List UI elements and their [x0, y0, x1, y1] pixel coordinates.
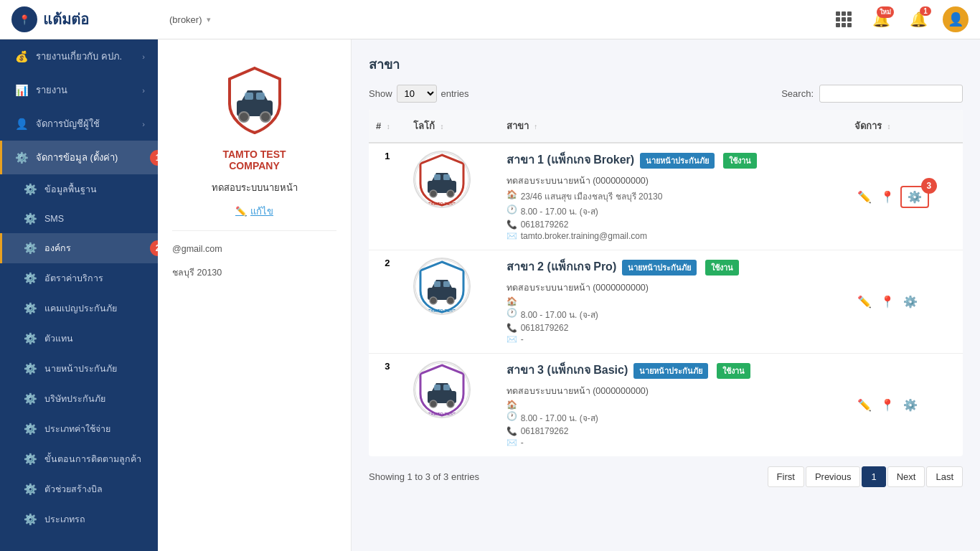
- svg-rect-25: [434, 385, 440, 390]
- insurance-company-icon: ⚙️: [24, 392, 37, 405]
- badge-broker-2: นายหน้าประกันภัย: [633, 363, 708, 379]
- sidebar-label-reports-cpa: รายงานเกี่ยวกับ คปภ.: [36, 49, 122, 64]
- sidebar-item-reports-cpa[interactable]: 💰 รายงานเกี่ยวกับ คปภ. ›: [0, 39, 158, 73]
- branch-name-0: สาขา 1 (แพ็กเกจ Broker): [507, 151, 634, 169]
- sidebar-item-sms[interactable]: ⚙️ SMS: [0, 204, 158, 233]
- badge-active-2: ใช้งาน: [717, 363, 750, 379]
- svg-point-10: [447, 190, 454, 197]
- data-management-icon: ⚙️: [15, 151, 29, 164]
- follow-steps-icon: ⚙️: [24, 453, 37, 466]
- table-row: 3 TAMTO TEST สาขา 3 (แพ็กเกจ Basic): [369, 354, 963, 457]
- svg-rect-26: [443, 385, 450, 390]
- table-row: 2 TAMTO TEST สาขา 2 (แพ็กเกจ Pro): [369, 250, 963, 354]
- location-button-0[interactable]: 📍: [877, 187, 897, 207]
- sidebar: 💰 รายงานเกี่ยวกับ คปภ. › 📊 รายงาน › 👤 จั…: [0, 39, 158, 551]
- alerts-button[interactable]: 🔔 1: [905, 6, 931, 32]
- sidebar-item-reports[interactable]: 📊 รายงาน ›: [0, 73, 158, 107]
- pagination-buttons: First Previous 1 Next Last: [768, 466, 963, 487]
- branch-address-0: 🏠23/46 แสนสุข เมืองชลบุรี ชลบุรี 20130: [507, 189, 840, 203]
- sidebar-item-insurance-company[interactable]: ⚙️ บริษัทประกันภัย: [0, 384, 158, 414]
- col-num: # ↕: [369, 110, 406, 143]
- settings-button-2[interactable]: ⚙️: [900, 395, 920, 415]
- breadcrumb-text: (broker): [169, 14, 202, 25]
- expense-type-icon: ⚙️: [24, 423, 37, 435]
- previous-page-button[interactable]: Previous: [806, 466, 861, 487]
- badge-active-0: ใช้งาน: [723, 153, 757, 169]
- row-branch-2: สาขา 3 (แพ็กเกจ Basic) นายหน้าประกันภัย …: [499, 354, 847, 457]
- sidebar-item-vehicle-type[interactable]: ⚙️ ประเภทรถ: [0, 504, 158, 534]
- svg-point-9: [430, 190, 437, 197]
- row-num-1: 2: [369, 250, 406, 354]
- branch-sub-0: ทดสอบระบบนายหน้า (0000000000): [507, 174, 840, 188]
- sidebar-item-follow-steps[interactable]: ⚙️ ขั้นตอนการติดตามลูกค้า: [0, 444, 158, 474]
- row-num-2: 3: [369, 354, 406, 457]
- branch-logo-circle: TAMTO TEST: [413, 258, 471, 315]
- breadcrumb-dropdown-icon[interactable]: ▾: [207, 15, 211, 24]
- current-page-button[interactable]: 1: [862, 466, 885, 487]
- location-button-2[interactable]: 📍: [877, 395, 897, 415]
- branch-logo-svg: TAMTO TEST: [415, 362, 469, 417]
- next-page-button[interactable]: Next: [887, 466, 925, 487]
- breadcrumb: (broker) ▾: [169, 14, 831, 25]
- profile-edit-button[interactable]: ✏️ แก้ไข: [235, 204, 273, 219]
- edit-button-1[interactable]: ✏️: [854, 292, 875, 311]
- sidebar-item-expense-type[interactable]: ⚙️ ประเภทค่าใช้จ่าย: [0, 414, 158, 444]
- sidebar-item-broker[interactable]: ⚙️ นายหน้าประกันภัย: [0, 354, 158, 384]
- sidebar-label-reports: รายงาน: [36, 83, 67, 98]
- col-actions: จัดการ ↕: [847, 110, 963, 143]
- edit-button-0[interactable]: ✏️: [854, 187, 875, 207]
- branch-name-2: สาขา 3 (แพ็กเกจ Basic): [507, 361, 628, 379]
- last-page-button[interactable]: Last: [926, 466, 963, 487]
- row-branch-0: สาขา 1 (แพ็กเกจ Broker) นายหน้าประกันภัย…: [499, 143, 847, 250]
- branches-table: # ↕ โลโก้ ↕ สาขา ↑ จัดการ ↕ 1: [369, 110, 963, 456]
- location-button-1[interactable]: 📍: [877, 292, 897, 311]
- sidebar-item-agent[interactable]: ⚙️ ตัวแทน: [0, 324, 158, 354]
- svg-text:TAMTO TEST: TAMTO TEST: [428, 412, 456, 416]
- sidebar-item-rates[interactable]: ⚙️ อัตราค่าบริการ: [0, 263, 158, 293]
- branch-hours-2: 🕐8.00 - 17.00 น. (จ-ส): [507, 411, 840, 425]
- badge-broker-0: นายหน้าประกันภัย: [640, 153, 715, 169]
- avatar-icon: 👤: [948, 11, 963, 27]
- show-entries-select[interactable]: 10 25 50 100: [397, 85, 437, 103]
- row-logo-1: TAMTO TEST: [406, 250, 499, 354]
- company-logo-svg: [219, 65, 291, 136]
- badge-active-1: ใช้งาน: [705, 260, 739, 276]
- sidebar-item-basic-info[interactable]: ⚙️ ข้อมูลพื้นฐาน: [0, 174, 158, 204]
- profile-email: @gmail.com: [172, 242, 336, 255]
- svg-rect-19: [443, 281, 450, 287]
- sidebar-item-bill-helper[interactable]: ⚙️ ตัวช่วยสร้างบิล: [0, 474, 158, 504]
- sidebar-item-user-management[interactable]: 👤 จัดการบัญชีผู้ใช้ ›: [0, 107, 158, 141]
- sidebar-item-data-management[interactable]: ⚙️ จัดการข้อมูล (ตั้งค่า) 1: [0, 141, 158, 174]
- badge-broker-1: นายหน้าประกันภัย: [622, 260, 697, 276]
- sidebar-label-follow-steps: ขั้นตอนการติดตามลูกค้า: [44, 452, 141, 466]
- search-input[interactable]: [819, 85, 963, 103]
- sms-icon: ⚙️: [24, 212, 37, 225]
- svg-point-24: [447, 400, 454, 408]
- reports-icon: 📊: [15, 84, 29, 97]
- section-title: สาขา: [369, 54, 963, 75]
- bill-helper-icon: ⚙️: [24, 483, 37, 496]
- branch-phone-0: 📞0618179262: [507, 220, 840, 230]
- settings-button-1[interactable]: ⚙️: [900, 292, 920, 311]
- edit-button-2[interactable]: ✏️: [854, 395, 875, 415]
- svg-text:TAMTO TEST: TAMTO TEST: [428, 202, 456, 206]
- campaign-icon: ⚙️: [24, 302, 37, 315]
- rates-icon: ⚙️: [24, 272, 37, 285]
- basic-info-icon: ⚙️: [24, 183, 37, 196]
- notifications-button[interactable]: 🔔 ใหม่: [868, 6, 894, 32]
- reports-arrow: ›: [142, 86, 145, 95]
- app-logo-icon: 📍: [11, 6, 37, 32]
- user-avatar[interactable]: 👤: [943, 6, 969, 32]
- profile-sub-name: ทดสอบระบบนายหน้า: [212, 180, 298, 195]
- row-num-0: 1: [369, 143, 406, 250]
- branch-phone-2: 📞0618179262: [507, 426, 840, 436]
- grid-icon: [836, 11, 852, 27]
- search-label: Search:: [781, 88, 814, 99]
- sidebar-item-campaign[interactable]: ⚙️ แคมเปญประกันภัย: [0, 293, 158, 324]
- grid-menu-button[interactable]: [831, 6, 857, 32]
- branch-email-0: ✉️tamto.broker.training@gmail.com: [507, 231, 840, 241]
- sidebar-item-org[interactable]: ⚙️ องค์กร 2: [0, 233, 158, 263]
- content-area: TAMTO TESTCOMPANY ทดสอบระบบนายหน้า ✏️ แก…: [158, 39, 980, 551]
- first-page-button[interactable]: First: [768, 466, 804, 487]
- svg-rect-12: [443, 174, 450, 180]
